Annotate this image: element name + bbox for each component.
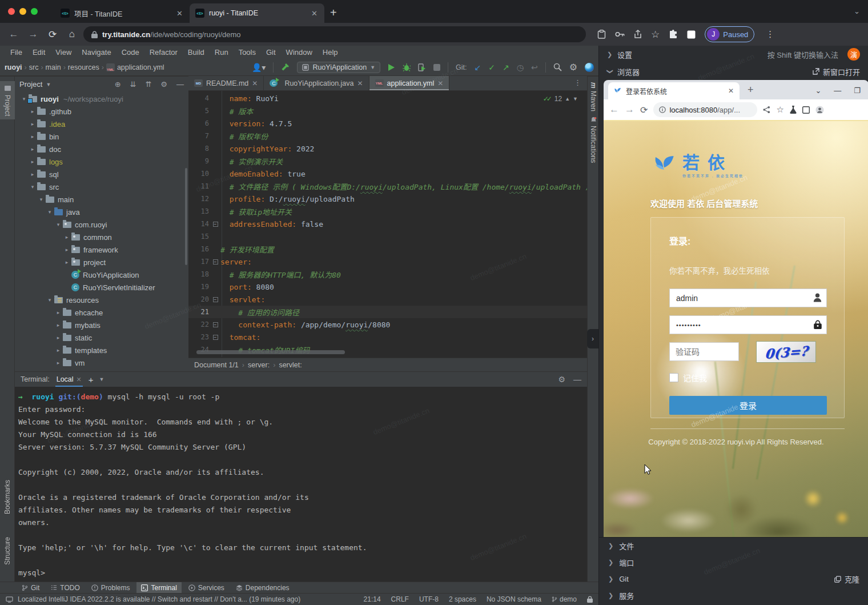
embedded-forward-icon[interactable]: → <box>625 104 634 115</box>
breadcrumb-item[interactable]: main <box>46 63 61 71</box>
tree-item-ruoyi[interactable]: ▾ruoyi~/workspace/ruoyi <box>15 93 188 105</box>
sidebar-item-project[interactable]: Project <box>0 81 15 119</box>
share-icon[interactable] <box>634 30 642 39</box>
tree-item-common[interactable]: ▸common <box>15 231 188 243</box>
section-Git[interactable]: ❯Git克隆 <box>599 571 868 587</box>
tree-item-src[interactable]: ▾src <box>15 181 188 193</box>
code-line-21[interactable]: 21 # 应用的访问路径 <box>188 306 587 318</box>
chevron-right-icon[interactable]: ▸ <box>28 121 37 127</box>
menu-view[interactable]: View <box>51 47 76 58</box>
status-item[interactable]: CRLF <box>391 595 409 603</box>
chevron-down-icon[interactable]: ▾ <box>45 297 54 303</box>
debug-icon[interactable] <box>403 63 411 71</box>
new-terminal-icon[interactable]: + <box>89 375 94 384</box>
embedded-new-tab-icon[interactable]: + <box>748 84 754 96</box>
next-problem-icon[interactable]: ▼ <box>573 96 578 102</box>
embedded-chevron-down-icon[interactable]: ⌄ <box>815 86 821 95</box>
tree-item-RuoYiApplication[interactable]: CRuoYiApplication <box>15 269 188 281</box>
tree-item-templates[interactable]: ▸templates <box>15 344 188 356</box>
code-line-22[interactable]: 22− context-path: /app/demo/ruoyi/8080 <box>188 318 587 331</box>
tree-item-main[interactable]: ▾main <box>15 193 188 206</box>
profile-chip[interactable]: J Paused <box>705 26 754 42</box>
menu-code[interactable]: Code <box>117 47 144 58</box>
password-input[interactable] <box>669 315 827 334</box>
login-button[interactable]: 登录 <box>669 396 827 415</box>
embedded-profile-icon[interactable] <box>815 106 824 114</box>
username-input[interactable] <box>669 289 827 307</box>
embedded-address-bar[interactable]: localhost:8080/app/... <box>653 102 757 117</box>
chevron-right-icon[interactable]: ▸ <box>28 134 37 139</box>
code-line-9[interactable]: 9 # 实例演示开关 <box>188 155 587 167</box>
editor-tab-READMEmd[interactable]: MDREADME.md✕ <box>188 76 264 90</box>
tree-item-github[interactable]: ▸.github <box>15 105 188 118</box>
toolwindow-problems[interactable]: Problems <box>87 582 135 594</box>
captcha-input[interactable] <box>669 342 739 361</box>
bookmark-star-icon[interactable]: ☆ <box>651 29 660 41</box>
tree-item-project[interactable]: ▸project <box>15 256 188 269</box>
embedded-restore-icon[interactable]: ❐ <box>854 86 861 95</box>
chevron-right-icon[interactable]: ▸ <box>54 335 63 340</box>
chevron-right-icon[interactable]: ▸ <box>62 259 71 265</box>
embedded-sidepanel-icon[interactable] <box>802 106 810 114</box>
tree-item-comruoyi[interactable]: ▾com.ruoyi <box>15 218 188 231</box>
toolwindow-services[interactable]: Services <box>184 582 229 594</box>
readonly-lock-icon[interactable] <box>587 596 593 603</box>
chevron-right-icon[interactable]: ▸ <box>28 159 37 165</box>
menu-git[interactable]: Git <box>262 47 280 58</box>
collapse-all-icon[interactable]: ⇈ <box>145 80 151 89</box>
chevron-right-icon[interactable]: ▸ <box>62 234 71 240</box>
chevron-down-icon[interactable]: ▾ <box>37 197 46 202</box>
embedded-minimize-icon[interactable]: — <box>834 86 841 95</box>
clipboard-icon[interactable] <box>597 30 606 39</box>
user-collab-icon[interactable]: 👤▾ <box>252 63 266 71</box>
browser-tab-ruoyi[interactable]: <t> ruoyi - TitanIDE ✕ <box>190 3 324 23</box>
new-tab-button[interactable]: + <box>330 6 337 19</box>
code-line-23[interactable]: 23− tomcat: <box>188 331 587 343</box>
code-line-17[interactable]: 17−server: <box>188 255 587 268</box>
embedded-bookmark-star-icon[interactable]: ☆ <box>776 105 783 115</box>
close-tab-icon[interactable]: ✕ <box>175 9 184 18</box>
minimize-window-button[interactable] <box>19 8 26 15</box>
code-line-18[interactable]: 18 # 服务器的HTTP端口, 默认为80 <box>188 268 587 281</box>
menu-tools[interactable]: Tools <box>234 47 260 58</box>
search-everywhere-icon[interactable] <box>553 63 562 71</box>
expand-all-icon[interactable]: ⇊ <box>130 80 136 89</box>
breadcrumb-root[interactable]: ruoyi <box>5 63 22 71</box>
code-line-16[interactable]: 16# 开发环境配置 <box>188 243 587 255</box>
embedded-back-icon[interactable]: ← <box>609 104 619 115</box>
code-line-12[interactable]: 12 profile: D:/ruoyi/uploadPath <box>188 193 587 205</box>
toolwindow-terminal[interactable]: Terminal <box>136 582 181 594</box>
menu-file[interactable]: File <box>6 47 27 58</box>
tree-scrollbar[interactable] <box>185 168 187 265</box>
chevron-right-icon[interactable]: ▸ <box>54 360 63 366</box>
code-line-14[interactable]: 14− addressEnabled: false <box>188 218 587 230</box>
menu-help[interactable]: Help <box>318 47 343 58</box>
close-embedded-tab-icon[interactable]: ✕ <box>728 87 734 95</box>
event-log-icon[interactable] <box>6 596 13 603</box>
terminal-chevron-down-icon[interactable]: ▼ <box>99 376 105 382</box>
password-key-icon[interactable] <box>615 31 625 37</box>
tree-item-RuoYiServletInitializer[interactable]: CRuoYiServletInitializer <box>15 281 188 294</box>
close-terminal-tab-icon[interactable]: ✕ <box>77 376 82 383</box>
ide-profile-sphere-icon[interactable] <box>585 63 594 72</box>
tree-item-ehcache[interactable]: ▸ehcache <box>15 306 188 319</box>
doc-breadcrumb-item[interactable]: server: <box>248 361 270 369</box>
chevron-right-icon[interactable]: ▸ <box>28 171 37 177</box>
fold-marker-icon[interactable]: − <box>211 259 219 265</box>
fold-marker-icon[interactable]: − <box>211 222 219 227</box>
breadcrumb-item[interactable]: src <box>29 63 39 71</box>
sidebar-item-bookmarks[interactable]: Bookmarks <box>0 476 15 518</box>
back-icon[interactable]: ← <box>6 29 22 40</box>
fold-marker-icon[interactable]: − <box>211 322 219 327</box>
menu-window[interactable]: Window <box>282 47 317 58</box>
panel-settings-gear-icon[interactable]: ⚙ <box>160 80 167 89</box>
menu-edit[interactable]: Edit <box>28 47 50 58</box>
run-configuration-select[interactable]: RuoYiApplication ▼ <box>297 62 380 73</box>
tree-item-bin[interactable]: ▸bin <box>15 130 188 143</box>
git-commit-icon[interactable]: ✓ <box>488 63 495 71</box>
status-item[interactable]: 21:14 <box>364 595 381 603</box>
terminal-output[interactable]: → ruoyi git:(demo) mysql -h mysql -u roo… <box>15 387 587 581</box>
editor-options-kebab-icon[interactable]: ⋮ <box>568 76 587 90</box>
code-line-15[interactable]: 15 <box>188 230 587 243</box>
fold-marker-icon[interactable]: − <box>211 297 219 302</box>
